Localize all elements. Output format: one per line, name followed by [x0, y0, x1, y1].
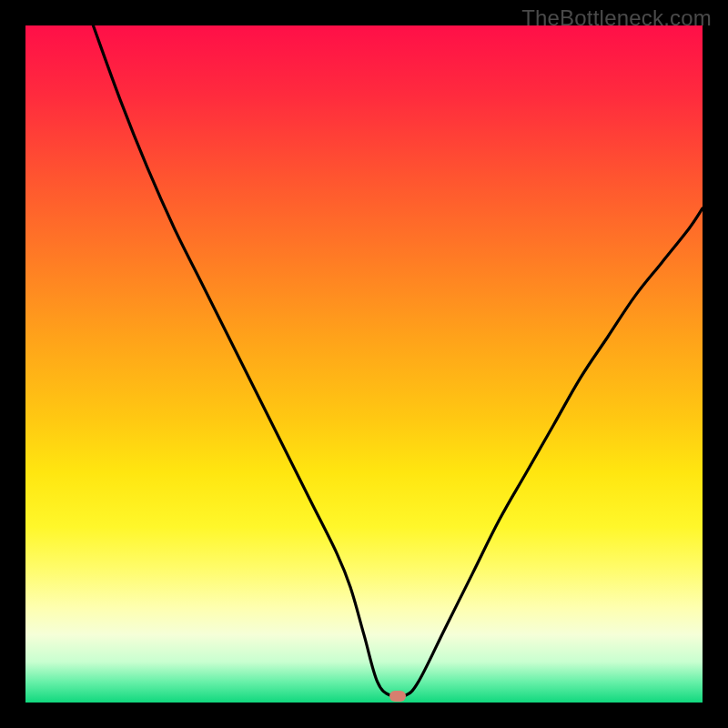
watermark-text: TheBottleneck.com [521, 5, 712, 31]
bottleneck-curve [25, 25, 703, 703]
chart-frame: TheBottleneck.com [0, 0, 728, 728]
minimum-marker [389, 691, 406, 702]
plot-area [25, 25, 703, 703]
